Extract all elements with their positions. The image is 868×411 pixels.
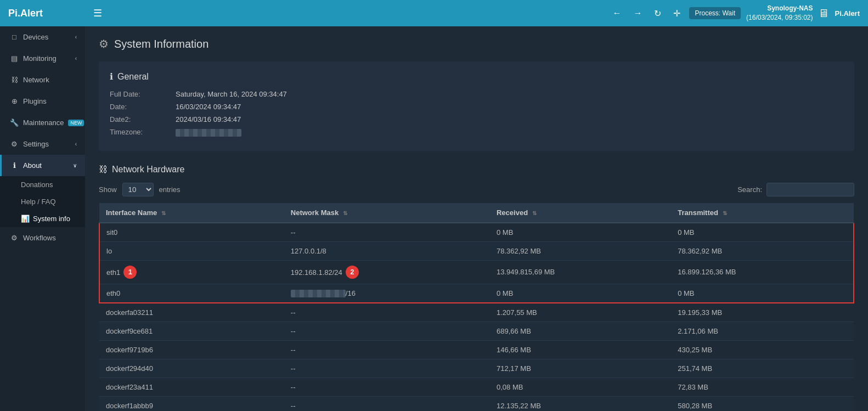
workflows-icon: ⚙ [10,234,19,242]
cell-interface: dockerf23a411 [99,378,284,397]
cell-received: 712,17 MB [490,359,671,378]
sidebar-item-label: Workflows [23,234,77,242]
back-button[interactable]: ← [609,6,624,20]
system-info-title-icon: ⚙ [99,37,109,50]
sidebar-item-monitoring[interactable]: ▤ Monitoring ‹ [0,48,85,69]
sidebar-item-help-faq[interactable]: Help / FAQ [0,193,85,210]
cell-interface: dockerf294d40 [99,359,284,378]
sidebar-item-maintenance[interactable]: 🔧 Maintenance NEW ‹ [0,112,85,133]
table-row: dockerfa03211 -- 1.207,55 MB 19.195,33 M… [99,303,854,322]
page-title: ⚙ System Information [99,37,854,50]
sidebar-item-system-info[interactable]: 📊 System info [0,210,85,227]
col-transmitted: Transmitted ⇅ [671,203,854,223]
cell-transmitted: 19.195,33 MB [671,303,854,322]
refresh-button[interactable]: ↻ [651,6,664,21]
sort-icon[interactable]: ⇅ [343,210,347,216]
sidebar-item-label: Devices [23,33,71,41]
cell-mask: -- [284,397,490,411]
cell-transmitted: 78.362,92 MB [671,241,854,260]
cell-transmitted: 0 MB [671,223,854,242]
general-row-date: Date: 16/03/2024 09:34:47 [110,103,843,111]
help-faq-label: Help / FAQ [21,198,56,206]
sort-icon[interactable]: ⇅ [723,210,727,216]
sidebar-item-label: Monitoring [23,54,71,63]
general-section: ℹ General Full Date: Saturday, March 16,… [99,61,854,151]
cell-transmitted: 430,25 MB [671,341,854,359]
general-section-title: ℹ General [110,71,843,82]
cell-received: 0 MB [490,223,671,242]
cell-interface: sit0 [99,223,284,242]
sidebar-item-devices[interactable]: □ Devices ‹ [0,26,85,48]
about-icon: ℹ [10,161,19,170]
table-row: sit0 -- 0 MB 0 MB [99,223,854,242]
sort-icon[interactable]: ⇅ [161,210,166,216]
chevron-icon: ‹ [75,141,77,147]
sidebar-item-settings[interactable]: ⚙ Settings ‹ [0,133,85,155]
network-hardware-title: ⛓ Network Hardware [99,165,854,174]
cell-received: 1.207,55 MB [490,303,671,322]
system-info-label: System info [33,215,70,223]
devices-icon: □ [10,33,19,41]
sidebar-item-plugins[interactable]: ⊕ Plugins [0,91,85,112]
page-content: ⚙ System Information ℹ General Full Date… [85,26,868,411]
table-row: dockerf1abbb9 -- 12.135,22 MB 580,28 MB [99,397,854,411]
cell-mask: -- [284,322,490,341]
show-entries-select[interactable]: 10 25 50 100 [122,183,154,196]
info-icon: ℹ [110,71,113,82]
sidebar-item-network[interactable]: ⛓ Network [0,69,85,91]
table-row: lo 127.0.0.1/8 78.362,92 MB 78.362,92 MB [99,241,854,260]
maintenance-icon: 🔧 [10,119,19,127]
new-badge: NEW [68,120,84,126]
cell-interface: lo [99,241,284,260]
move-button[interactable]: ✛ [670,6,684,21]
col-mask: Network Mask ⇅ [284,203,490,223]
search-input[interactable] [766,183,854,196]
cell-received: 0 MB [490,284,671,303]
cell-transmitted: 72,83 MB [671,378,854,397]
cell-received: 146,66 MB [490,341,671,359]
network-table: Interface Name ⇅ Network Mask ⇅ Received… [99,203,854,411]
table-wrapper: Interface Name ⇅ Network Mask ⇅ Received… [99,203,854,411]
search-area: Search: [737,183,854,196]
user-label: Pi.Alert [835,9,860,18]
cell-received: 12.135,22 MB [490,397,671,411]
cell-mask: -- [284,378,490,397]
menu-button[interactable]: ☰ [93,7,102,19]
cell-received: 0,08 MB [490,378,671,397]
network-icon: ⛓ [10,76,19,84]
col-received: Received ⇅ [490,203,671,223]
sidebar-item-about[interactable]: ℹ About ∨ [0,155,85,176]
chevron-icon: ‹ [75,55,77,61]
cell-transmitted: 251,74 MB [671,359,854,378]
annotation-badge-1: 1 [123,266,137,279]
cell-received: 78.362,92 MB [490,241,671,260]
table-controls: Show 10 25 50 100 entries Search: [99,183,854,196]
table-row: dockerf9719b6 -- 146,66 MB 430,25 MB [99,341,854,359]
sidebar-item-label: Settings [23,140,71,148]
monitoring-icon: ▤ [10,54,19,63]
annotation-badge-2: 2 [346,266,359,279]
sort-icon[interactable]: ⇅ [532,210,537,216]
server-icon: 🖥 [818,7,829,20]
forward-button[interactable]: → [630,6,645,20]
cell-interface: dockerf9719b6 [99,341,284,359]
general-row-fulldate: Full Date: Saturday, March 16, 2024 09:3… [110,90,843,98]
cell-mask: /16 [284,284,490,303]
table-row: dockerf9ce681 -- 689,66 MB 2.171,06 MB [99,322,854,341]
cell-interface: dockerf1abbb9 [99,397,284,411]
col-interface: Interface Name ⇅ [99,203,284,223]
search-label: Search: [737,185,762,194]
sidebar-item-label: Plugins [23,97,77,105]
sidebar: Pi.Alert □ Devices ‹ ▤ Monitoring ‹ ⛓ Ne… [0,0,85,411]
sidebar-item-workflows[interactable]: ⚙ Workflows [0,227,85,249]
sidebar-item-label: Network [23,76,77,84]
app-logo: Pi.Alert [0,0,85,26]
main-area: ☰ ← → ↻ ✛ Process: Wait Synology-NAS (16… [85,0,868,411]
sidebar-item-donations[interactable]: Donations [0,176,85,193]
cell-received: 13.949.815,69 MB [490,260,671,284]
cell-interface: dockerfa03211 [99,303,284,322]
general-row-date2: Date2: 2024/03/16 09:34:47 [110,115,843,123]
system-info-icon: 📊 [21,215,30,223]
cell-mask: -- [284,303,490,322]
cell-interface: eth11 [99,260,284,284]
